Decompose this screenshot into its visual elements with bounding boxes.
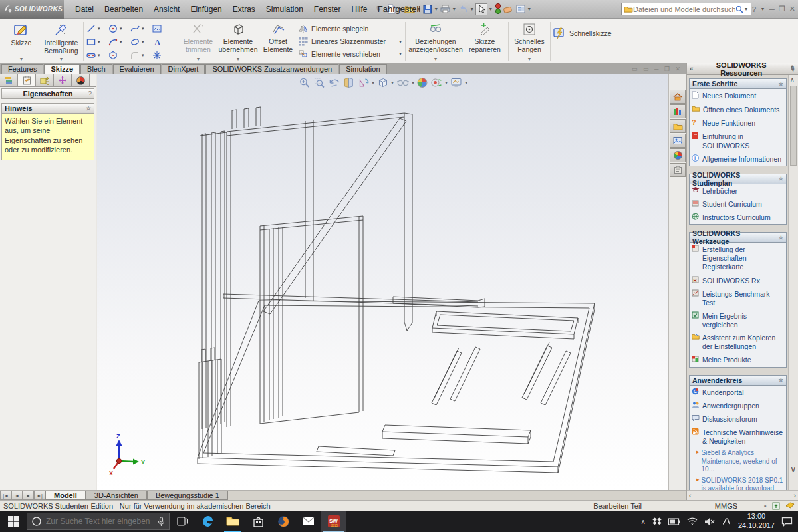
list-item[interactable]: Einführung in SOLIDWORKS <box>690 130 786 152</box>
edge-app[interactable] <box>195 511 220 532</box>
select-tool-icon[interactable] <box>475 3 487 15</box>
units-text[interactable]: MMGS <box>715 502 737 510</box>
help-caret[interactable]: ▾ <box>760 6 765 12</box>
task-pane-horizontal-scrollbar[interactable]: ‹ › <box>687 490 798 500</box>
scroll-down-icon[interactable]: ∨ <box>790 464 797 474</box>
taskbar-clock[interactable]: 13:00 24.10.2017 <box>738 512 775 531</box>
section-header[interactable]: SOLIDWORKS Studienplan☆ <box>690 174 786 184</box>
first-tab-button[interactable]: |◄ <box>0 491 11 500</box>
prev-tab-button[interactable]: ◄ <box>11 491 23 500</box>
firefox-app[interactable] <box>271 511 296 532</box>
display-relations-caret[interactable]: ▾ <box>434 56 437 63</box>
trim-entities-button[interactable]: Elemente trimmen ▾ <box>178 20 218 63</box>
list-item[interactable]: Mein Ergebnis vergleichen <box>690 309 786 331</box>
eraser-icon[interactable] <box>503 3 515 15</box>
quick-snaps-caret[interactable]: ▾ <box>528 56 531 63</box>
restore-icon[interactable]: ❐ <box>779 5 785 13</box>
panel-help-icon[interactable]: ? <box>88 90 92 98</box>
scrollbar-thumb[interactable] <box>790 86 797 166</box>
options-icon[interactable] <box>515 3 526 15</box>
section-collapse-icon[interactable]: ☆ <box>779 176 783 182</box>
list-item[interactable]: Leistungs-Benchmark-Test <box>690 287 786 309</box>
search-icon[interactable] <box>735 5 743 13</box>
list-item[interactable]: Instructors Curriculum <box>690 211 786 224</box>
spline-tool[interactable]: ▾ <box>130 22 152 35</box>
point-tool[interactable] <box>152 49 174 62</box>
action-center-icon[interactable] <box>781 517 793 527</box>
circle-caret[interactable]: ▾ <box>118 26 124 31</box>
task-view-button[interactable] <box>170 511 195 532</box>
text-tool[interactable]: A <box>152 35 174 49</box>
ellipse-tool[interactable]: ▾ <box>130 35 152 49</box>
note-pin-icon[interactable]: ☆ <box>86 105 91 112</box>
battery-icon[interactable] <box>668 518 680 525</box>
list-item[interactable]: RSOLIDWORKS Rx <box>690 274 786 287</box>
sketch-caret[interactable]: ▾ <box>20 56 23 63</box>
scroll-left-icon[interactable]: ‹ <box>689 491 692 499</box>
menu-extras[interactable]: Extras <box>228 3 260 16</box>
list-item[interactable]: Diskussionsforum <box>690 412 786 426</box>
search-caret[interactable]: ▾ <box>743 6 749 12</box>
menu-fenster[interactable]: Fenster <box>309 3 346 16</box>
linear-pattern-button[interactable]: Lineares Skizzenmuster ▾ <box>298 35 403 48</box>
menu-bearbeiten[interactable]: Bearbeiten <box>100 3 148 16</box>
save-icon[interactable] <box>422 3 433 15</box>
task-pane-vertical-scrollbar[interactable]: ∧ ∨ <box>788 75 798 490</box>
slot-tool[interactable]: ▾ <box>86 49 108 62</box>
options-caret[interactable]: ▾ <box>527 6 532 12</box>
section-collapse-icon[interactable]: ☆ <box>779 377 783 383</box>
smart-dimension-button[interactable]: Intelligente Bemaßung ▾ <box>41 20 81 63</box>
news-item[interactable]: ▸SOLIDWORKS 2018 SP0.1 is available for … <box>690 475 786 490</box>
tab-skizze[interactable]: Skizze <box>44 64 80 74</box>
move-entities-caret[interactable]: ▾ <box>398 51 403 57</box>
section-header[interactable]: Erste Schritte☆ <box>690 79 786 89</box>
select-caret[interactable]: ▾ <box>488 6 493 12</box>
list-item[interactable]: iAllgemeine Informationen <box>690 152 786 166</box>
tab-modell[interactable]: Modell <box>45 491 86 500</box>
appearances-tab[interactable] <box>670 148 686 162</box>
file-explorer-tab[interactable] <box>670 119 686 133</box>
next-tab-button[interactable]: ► <box>23 491 34 500</box>
close-icon[interactable]: ✕ <box>789 5 795 13</box>
scroll-up-icon[interactable]: ∧ <box>790 76 795 83</box>
tab-dimxpert[interactable]: DimXpert <box>162 64 205 74</box>
feature-tree-tab[interactable] <box>0 74 18 86</box>
microphone-icon[interactable] <box>158 517 165 527</box>
slot-caret[interactable]: ▾ <box>96 53 102 58</box>
tab-zusatzanwendungen[interactable]: SOLIDWORKS Zusatzanwendungen <box>205 64 338 74</box>
menu-datei[interactable]: Datei <box>70 3 98 16</box>
configuration-manager-tab[interactable] <box>36 74 54 86</box>
arc-tool[interactable]: ▾ <box>108 35 130 49</box>
quick-snaps-button[interactable]: Schnelles Fangen ▾ <box>511 20 548 63</box>
volume-muted-icon[interactable] <box>704 517 715 526</box>
resources-tab[interactable] <box>670 90 686 104</box>
file-explorer-app[interactable] <box>220 511 245 532</box>
taskbar-search-input[interactable] <box>46 517 154 526</box>
collapse-icon[interactable]: « <box>690 65 694 72</box>
view-palette-tab[interactable] <box>670 134 686 148</box>
offset-entities-button[interactable]: Offset Elemente <box>258 20 298 63</box>
minimize-icon[interactable]: ─ <box>769 5 775 13</box>
section-header[interactable]: SOLIDWORKS Werkzeuge☆ <box>690 233 786 243</box>
list-item[interactable]: Anwendergruppen <box>690 399 786 412</box>
ellipse-caret[interactable]: ▾ <box>140 39 146 45</box>
linear-pattern-caret[interactable]: ▾ <box>398 39 403 45</box>
spline-caret[interactable]: ▾ <box>140 26 146 31</box>
tab-bewegungsstudie[interactable]: Bewegungsstudie 1 <box>147 491 228 500</box>
circle-tool[interactable]: ▾ <box>108 22 130 35</box>
taskbar-search-box[interactable] <box>27 513 170 530</box>
line-caret[interactable]: ▾ <box>96 26 102 31</box>
design-library-tab[interactable] <box>670 104 686 118</box>
tag-icon[interactable] <box>785 502 795 509</box>
solidworks-app[interactable]: SW2015 <box>321 511 346 532</box>
convert-entities-button[interactable]: Elemente übernehmen ▾ <box>218 20 258 63</box>
menu-ansicht[interactable]: Ansicht <box>149 3 184 16</box>
tab-blech[interactable]: Blech <box>80 64 112 74</box>
convert-caret[interactable]: ▾ <box>237 56 239 63</box>
list-item[interactable]: Assistent zum Kopieren der Einstellungen <box>690 331 786 353</box>
smart-dimension-caret[interactable]: ▾ <box>60 56 63 63</box>
undo-icon[interactable] <box>458 4 469 15</box>
polygon-tool[interactable] <box>108 49 130 62</box>
section-collapse-icon[interactable]: ☆ <box>779 235 783 241</box>
menu-simulation[interactable]: Simulation <box>261 3 308 16</box>
